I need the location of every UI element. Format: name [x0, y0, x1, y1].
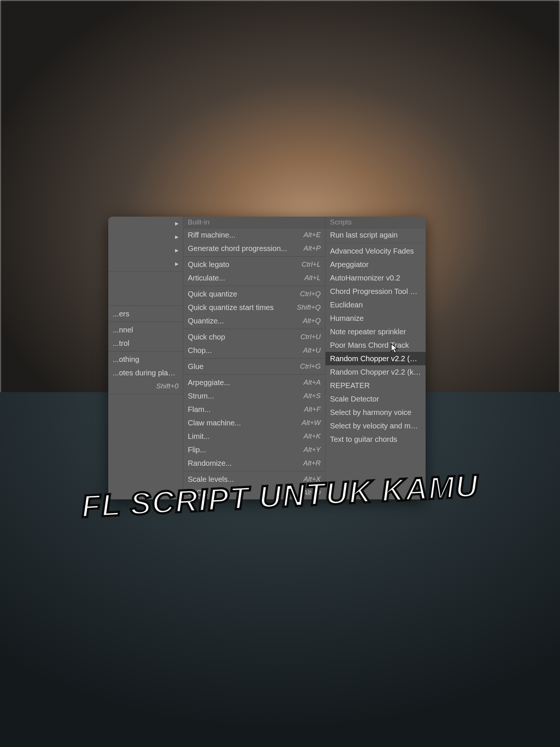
menu-item-script[interactable]: Euclidean — [326, 298, 426, 311]
menu-shortcut: Alt+A — [304, 377, 321, 388]
menu-item-random-chopper-highlighted[interactable]: Random Chopper v2.2 (drop d — [326, 352, 426, 365]
menu-shortcut: Alt+P — [304, 243, 321, 254]
parent-submenu-row[interactable]: ▸ — [108, 230, 183, 244]
menu-item-flam[interactable]: Flam...Alt+F — [183, 403, 325, 416]
menu-item-chop[interactable]: Chop...Alt+U — [183, 344, 325, 357]
menu-item-quick-legato[interactable]: Quick legatoCtrl+L — [183, 258, 325, 271]
parent-submenu-row[interactable]: ▸ — [108, 244, 183, 257]
menu-item-script[interactable]: Chord Progression Tool v1.1 — [326, 285, 426, 298]
menu-item-label: Generate chord progression... — [188, 243, 287, 254]
menu-item-label: Select by velocity and more — [330, 421, 421, 431]
menu-shortcut: Shift+0 — [156, 381, 178, 391]
chevron-right-icon: ▸ — [175, 218, 178, 229]
context-menu-panel: ▸ ▸ ▸ ▸ ...ers ...nnel ...trol ...othing… — [108, 217, 426, 499]
menu-separator — [183, 374, 325, 375]
menu-item-label: Riff machine... — [188, 230, 235, 240]
menu-separator — [183, 329, 325, 329]
menu-shortcut: Ctrl+G — [300, 361, 321, 372]
menu-item-label: Random Chopper v2.2 (knobs — [330, 367, 421, 377]
menu-item-label: Glue — [188, 361, 203, 372]
menu-item-label: Quick chop — [188, 332, 225, 342]
menu-item-label: ...ers — [113, 309, 129, 319]
parent-menu-column: ▸ ▸ ▸ ▸ ...ers ...nnel ...trol ...othing… — [108, 217, 183, 499]
menu-item-quick-chop[interactable]: Quick chopCtrl+U — [183, 330, 325, 344]
chevron-right-icon: ▸ — [175, 232, 178, 242]
menu-shortcut: Alt+E — [304, 230, 321, 240]
menu-item-limit[interactable]: Limit...Alt+K — [183, 430, 325, 443]
parent-menu-item[interactable]: ...ers — [108, 307, 183, 320]
menu-separator — [183, 256, 325, 257]
menu-item-label: Advanced Velocity Fades — [330, 246, 414, 256]
menu-item-label: Flip... — [188, 444, 206, 455]
menu-item-label: Flam... — [188, 404, 211, 415]
menu-item-script[interactable]: Random Chopper v2.2 (knobs — [326, 365, 426, 379]
menu-separator — [183, 358, 325, 359]
menu-item-arpeggiate[interactable]: Arpeggiate...Alt+A — [183, 376, 325, 389]
menu-item-script[interactable]: Scale Detector — [326, 392, 426, 406]
menu-item-riff-machine[interactable]: Riff machine...Alt+E — [183, 228, 325, 242]
menu-item-label: Quick quantize — [188, 289, 237, 299]
menu-item-quick-quantize[interactable]: Quick quantizeCtrl+Q — [183, 287, 325, 301]
menu-item-strum[interactable]: Strum...Alt+S — [183, 389, 325, 403]
menu-item-script[interactable]: Poor Mans Chord Track — [326, 338, 426, 352]
chevron-right-icon: ▸ — [175, 245, 178, 255]
menu-separator — [326, 243, 426, 243]
menu-item-label: Strum... — [188, 391, 214, 401]
menu-item-articulate[interactable]: Articulate...Alt+L — [183, 271, 325, 285]
menu-separator — [108, 394, 183, 394]
menu-item-flip[interactable]: Flip...Alt+Y — [183, 443, 325, 456]
menu-item-script[interactable]: Advanced Velocity Fades — [326, 244, 426, 258]
menu-shortcut: Ctrl+U — [301, 332, 321, 342]
menu-shortcut: Ctrl+Q — [300, 289, 321, 299]
menu-item-script[interactable]: Select by velocity and more — [326, 419, 426, 433]
menu-item-script[interactable]: Select by harmony voice — [326, 406, 426, 419]
menu-item-label: Chop... — [188, 345, 212, 356]
parent-menu-item[interactable]: ...othing — [108, 353, 183, 366]
parent-submenu-row[interactable]: ▸ — [108, 217, 183, 230]
menu-item-label: ...othing — [113, 354, 139, 365]
menu-item-run-last-script[interactable]: Run last script again — [326, 228, 426, 242]
menu-item-glue[interactable]: GlueCtrl+G — [183, 360, 325, 373]
builtin-header: Built-in — [183, 217, 325, 228]
menu-shortcut: Alt+U — [303, 345, 321, 356]
menu-item-label: Quick quantize start times — [188, 302, 274, 313]
menu-item-script[interactable]: Note repeater sprinkler — [326, 325, 426, 338]
menu-item-script[interactable]: Humanize — [326, 311, 426, 325]
menu-shortcut: Alt+S — [304, 391, 321, 401]
menu-item-label: Scale Detector — [330, 394, 379, 404]
menu-item-label: Randomize... — [188, 458, 232, 468]
menu-item-script[interactable]: Text to guitar chords — [326, 433, 426, 446]
menu-item-quantize[interactable]: Quantize...Alt+Q — [183, 314, 325, 328]
parent-submenu-row[interactable]: ▸ — [108, 257, 183, 270]
menu-separator — [108, 322, 183, 322]
menu-item-generate-chord-progression[interactable]: Generate chord progression...Alt+P — [183, 242, 325, 255]
menu-item-randomize[interactable]: Randomize...Alt+R — [183, 456, 325, 470]
parent-menu-item[interactable]: ...trol — [108, 337, 183, 350]
menu-shortcut: Shift+Q — [297, 302, 321, 313]
menu-item-label: Poor Mans Chord Track — [330, 340, 409, 350]
chevron-right-icon: ▸ — [175, 258, 178, 269]
menu-item-label: Run last script again — [330, 230, 398, 240]
menu-item-script[interactable]: REPEATER — [326, 379, 426, 392]
menu-item-label: Articulate... — [188, 273, 225, 283]
menu-item-script[interactable]: AutoHarmonizer v0.2 — [326, 271, 426, 285]
menu-shortcut: Ctrl+L — [302, 259, 321, 270]
menu-shortcut: Alt+Q — [303, 316, 321, 326]
menu-item-label: REPEATER — [330, 380, 370, 391]
menu-separator — [108, 351, 183, 351]
menu-separator — [183, 471, 325, 471]
menu-item-label: Random Chopper v2.2 (drop d — [330, 353, 421, 364]
menu-shortcut: Alt+Y — [304, 444, 321, 455]
menu-item-label: ...nnel — [113, 325, 133, 335]
menu-item-label: ...otes during playback — [113, 368, 178, 378]
menu-item-label: Quantize... — [188, 316, 224, 326]
menu-item-quick-quantize-start-times[interactable]: Quick quantize start timesShift+Q — [183, 301, 325, 314]
parent-menu-item[interactable]: ...otes during playback — [108, 366, 183, 379]
menu-item-script[interactable]: Arpeggiator — [326, 258, 426, 271]
menu-separator — [108, 306, 183, 306]
parent-menu-item[interactable]: ...nnel — [108, 323, 183, 337]
menu-item-claw-machine[interactable]: Claw machine...Alt+W — [183, 416, 325, 430]
menu-item-label: Quick legato — [188, 259, 229, 270]
menu-item-label: ...trol — [113, 338, 129, 348]
menu-item-label: Claw machine... — [188, 418, 241, 428]
